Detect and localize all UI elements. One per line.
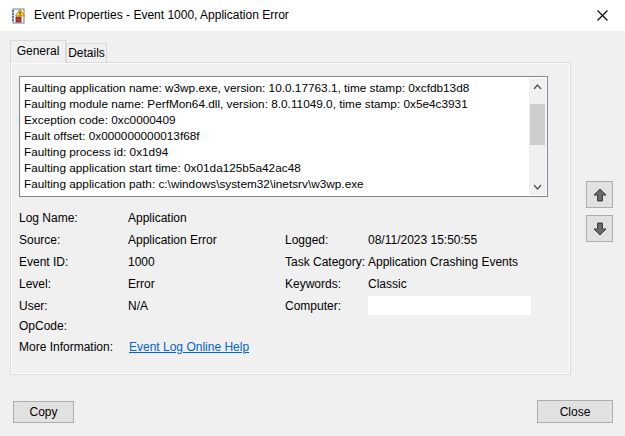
scroll-up-icon[interactable] — [529, 78, 546, 95]
keywords-value: Classic — [368, 277, 407, 293]
user-value: N/A — [128, 299, 148, 315]
vertical-scrollbar[interactable] — [529, 78, 546, 195]
event-text-line: Faulting module name: PerfMon64.dll, ver… — [24, 96, 529, 112]
general-tab-panel: Faulting application name: w3wp.exe, ver… — [10, 62, 571, 375]
source-value: Application Error — [128, 233, 217, 249]
close-icon[interactable] — [580, 0, 625, 31]
logged-label: Logged: — [285, 233, 328, 249]
copy-button[interactable]: Copy — [13, 401, 74, 423]
log-name-label: Log Name: — [19, 211, 78, 227]
event-text-line: Faulting application name: w3wp.exe, ver… — [24, 80, 529, 96]
event-id-value: 1000 — [128, 255, 155, 271]
computer-value-redacted — [368, 296, 531, 315]
log-name-value: Application — [128, 211, 187, 227]
level-label: Level: — [19, 277, 51, 293]
keywords-label: Keywords: — [285, 277, 341, 293]
logged-value: 08/11/2023 15:50:55 — [368, 233, 477, 249]
event-text-line: Faulting application path: c:\windows\sy… — [24, 176, 529, 192]
window-title: Event Properties - Event 1000, Applicati… — [34, 8, 289, 22]
tab-general[interactable]: General — [10, 40, 66, 63]
user-label: User: — [19, 299, 48, 315]
task-category-label: Task Category: — [285, 255, 365, 271]
event-text-line: Exception code: 0xc0000409 — [24, 112, 529, 128]
event-text-line: Faulting module path: C:\Program Files\M… — [24, 192, 529, 196]
arrow-up-icon — [593, 188, 607, 202]
opcode-label: OpCode: — [19, 319, 67, 335]
arrow-down-icon — [593, 222, 607, 236]
task-category-value: Application Crashing Events — [368, 255, 518, 271]
scrollbar-thumb[interactable] — [530, 104, 545, 145]
event-id-label: Event ID: — [19, 255, 68, 271]
event-log-icon — [10, 8, 26, 24]
next-event-button[interactable] — [586, 215, 613, 242]
computer-label: Computer: — [285, 299, 341, 315]
scroll-down-icon[interactable] — [529, 178, 546, 195]
source-label: Source: — [19, 233, 60, 249]
event-text-line: Fault offset: 0x000000000013f68f — [24, 128, 529, 144]
event-description-text: Faulting application name: w3wp.exe, ver… — [20, 77, 529, 196]
event-text-line: Faulting process id: 0x1d94 — [24, 144, 529, 160]
level-value: Error — [128, 277, 155, 293]
event-log-online-help-link[interactable]: Event Log Online Help — [129, 340, 249, 356]
previous-event-button[interactable] — [586, 181, 613, 208]
more-information-label: More Information: — [19, 340, 113, 356]
close-button[interactable]: Close — [537, 400, 613, 423]
title-bar: Event Properties - Event 1000, Applicati… — [0, 0, 625, 31]
event-description-box[interactable]: Faulting application name: w3wp.exe, ver… — [19, 76, 548, 197]
event-text-line: Faulting application start time: 0x01da1… — [24, 160, 529, 176]
tab-details[interactable]: Details — [66, 43, 107, 62]
